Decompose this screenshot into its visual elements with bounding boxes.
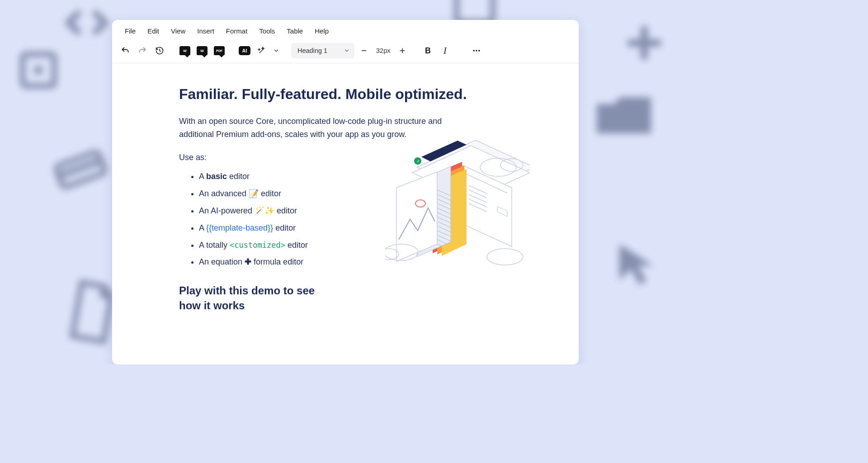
menubar: File Edit View Insert Format Tools Table…	[112, 20, 579, 40]
magic-button[interactable]	[254, 43, 269, 58]
chevron-down-icon	[344, 47, 350, 54]
bg-code-icon	[64, 5, 109, 41]
document-subheading[interactable]: Play with this demo to see how it works	[179, 283, 333, 313]
font-size-decrease[interactable]	[356, 43, 372, 58]
magic-dropdown-icon[interactable]	[271, 43, 281, 58]
font-size-increase[interactable]	[395, 43, 410, 58]
block-format-select[interactable]: Heading 1	[291, 43, 354, 58]
font-size-value: 32px	[373, 47, 394, 54]
menu-table[interactable]: Table	[281, 24, 308, 38]
svg-point-16	[487, 249, 523, 265]
illustration: ✓	[385, 140, 530, 276]
more-button[interactable]	[469, 43, 484, 58]
menu-tools[interactable]: Tools	[254, 24, 280, 38]
svg-point-7	[479, 50, 480, 51]
toolbar: W W PDF AI Heading 1 32px	[112, 40, 579, 63]
format-select-label: Heading 1	[297, 47, 327, 54]
ai-button[interactable]: AI	[237, 43, 252, 58]
bg-square-icon	[18, 50, 59, 90]
export-word-button[interactable]: W	[194, 43, 210, 58]
editor-window: File Edit View Insert Format Tools Table…	[112, 20, 579, 364]
menu-insert[interactable]: Insert	[192, 24, 220, 38]
redo-button[interactable]	[135, 43, 150, 58]
bg-cursor-icon	[606, 235, 665, 294]
menu-view[interactable]: View	[165, 24, 191, 38]
italic-button[interactable]: I	[437, 43, 453, 58]
undo-button[interactable]	[118, 43, 133, 58]
bold-button[interactable]: B	[420, 43, 435, 58]
document-paragraph[interactable]: With an open source Core, uncomplicated …	[179, 115, 468, 141]
history-button[interactable]	[152, 43, 167, 58]
bg-card-icon	[48, 141, 113, 198]
import-word-button[interactable]: W	[177, 43, 193, 58]
menu-edit[interactable]: Edit	[142, 24, 165, 38]
export-pdf-button[interactable]: PDF	[212, 43, 227, 58]
svg-rect-4	[457, 0, 493, 23]
svg-point-6	[476, 50, 477, 51]
menu-file[interactable]: File	[119, 24, 141, 38]
svg-point-5	[473, 50, 475, 51]
menu-format[interactable]: Format	[221, 24, 253, 38]
svg-point-1	[34, 66, 43, 75]
bg-plus-icon	[624, 23, 665, 63]
menu-help[interactable]: Help	[309, 24, 334, 38]
font-size-control: 32px	[356, 43, 410, 58]
bg-folder-icon	[592, 90, 656, 140]
editor-content[interactable]: Familiar. Fully-featured. Mobile optimiz…	[112, 63, 579, 364]
document-heading[interactable]: Familiar. Fully-featured. Mobile optimiz…	[179, 85, 512, 103]
svg-text:✓: ✓	[416, 159, 420, 164]
